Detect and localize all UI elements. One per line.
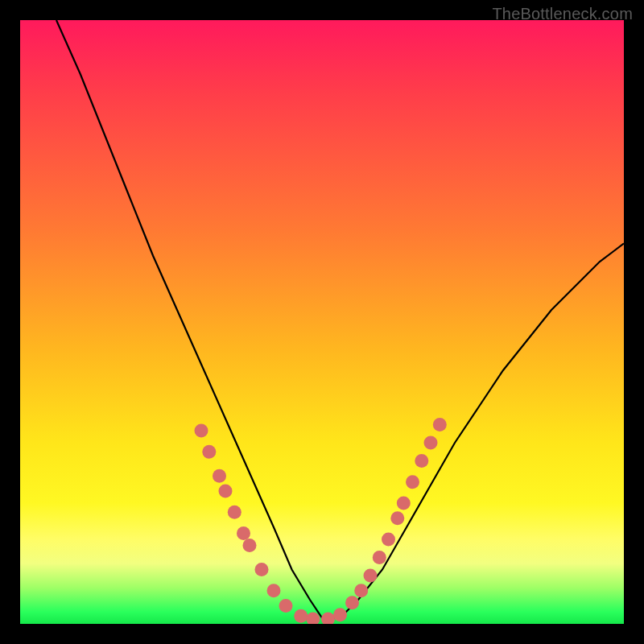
chart-svg: [20, 20, 624, 624]
chart-marker: [294, 609, 308, 623]
chart-marker: [345, 596, 359, 609]
chart-marker: [306, 613, 320, 625]
chart-marker: [237, 526, 250, 540]
chart-plot-area: [20, 20, 624, 624]
watermark-text: TheBottleneck.com: [492, 5, 633, 23]
chart-marker: [424, 436, 438, 450]
chart-marker: [243, 539, 257, 552]
chart-marker: [406, 475, 419, 489]
chart-marker: [382, 533, 395, 547]
chart-marker: [415, 454, 428, 468]
chart-marker: [195, 424, 208, 438]
chart-marker: [433, 418, 447, 431]
chart-markers: [195, 418, 447, 624]
chart-marker: [321, 613, 335, 625]
chart-marker: [354, 584, 368, 597]
chart-marker: [373, 551, 386, 564]
chart-marker: [390, 511, 404, 525]
chart-marker: [397, 497, 411, 510]
chart-marker: [279, 599, 293, 613]
chart-marker: [255, 563, 269, 576]
chart-marker: [364, 569, 378, 583]
bottleneck-curve: [56, 20, 624, 618]
chart-marker: [202, 445, 216, 459]
chart-marker: [228, 506, 242, 519]
chart-marker: [267, 584, 281, 597]
chart-marker: [219, 485, 233, 498]
chart-marker: [333, 608, 347, 621]
chart-frame: TheBottleneck.com: [0, 0, 644, 644]
chart-marker: [213, 469, 226, 483]
